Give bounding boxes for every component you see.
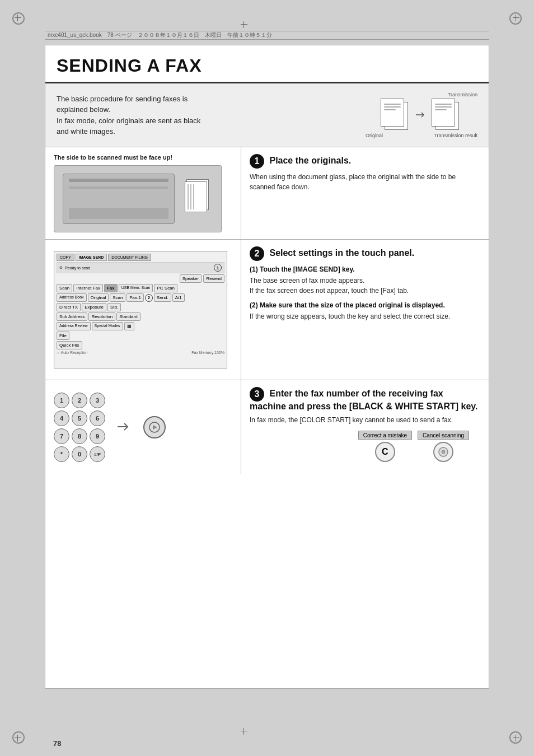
- intro-section: The basic procedure for sending faxes is…: [45, 83, 489, 147]
- cancel-scanning-label: Cancel scanning: [418, 431, 469, 440]
- touch-panel-illustration: COPY IMAGE SEND DOCUMENT FILING ⊙ Ready …: [54, 251, 227, 368]
- intro-line1: The basic procedure for sending faxes is: [57, 94, 354, 105]
- tp-tab-document: DOCUMENT FILING: [108, 254, 151, 261]
- key-1: 1: [54, 393, 69, 408]
- crosshair-bottom-center: [241, 728, 247, 735]
- tp-standard-btn: Standard: [116, 312, 140, 321]
- step1-right: 1 Place the originals. When using the do…: [241, 147, 489, 239]
- tp-status-bar: ☞ Auto Reception Fax Memory:100%: [57, 351, 224, 355]
- correct-mistake-label: Correct a mistake: [358, 431, 412, 440]
- tp-ready-label: ⊙ Ready to send.: [59, 265, 91, 270]
- tp-tab-image-send: IMAGE SEND: [76, 254, 107, 261]
- tp-fax-memory: Fax Memory:100%: [191, 351, 224, 355]
- step2-right: 2 Select settings in the touch panel. (1…: [241, 240, 489, 380]
- tp-addr-review-row: Address Review Special Modes ▦: [57, 322, 224, 330]
- main-content-box: SENDING A FAX The basic procedure for se…: [45, 45, 489, 689]
- step1-body: When using the document glass, place the…: [250, 172, 480, 192]
- tp-ready-bar: ⊙ Ready to send. 1: [57, 262, 224, 273]
- key-star: *: [54, 446, 69, 462]
- tp-sub-address-btn: Sub Address: [57, 312, 87, 321]
- tp-a1-btn: A/1: [172, 293, 185, 302]
- tp-original-btn: Original: [88, 293, 109, 302]
- key-4: 4: [54, 410, 69, 426]
- step3-body: In fax mode, the [COLOR START] key canno…: [250, 415, 480, 425]
- paper-stack-icon: [185, 179, 213, 218]
- crosshair-tr: [513, 15, 519, 21]
- tp-auto-reception: ☞ Auto Reception: [57, 351, 87, 355]
- intro-line4: and white images.: [57, 126, 354, 137]
- step2-heading: 2 Select settings in the touch panel.: [250, 246, 480, 261]
- result-label: Transmission result: [386, 133, 477, 138]
- arrow-right-icon: [116, 421, 132, 434]
- intro-text: The basic procedure for sending faxes is…: [57, 94, 354, 137]
- key-7: 7: [54, 428, 69, 444]
- section-step2: COPY IMAGE SEND DOCUMENT FILING ⊙ Ready …: [45, 240, 489, 380]
- step1-number: 1: [250, 154, 264, 169]
- step2-sub2-heading: (2) Make sure that the size of the place…: [250, 301, 480, 309]
- cancel-scanning-group: Cancel scanning: [418, 431, 469, 462]
- key-hash: #/P: [90, 446, 105, 462]
- step1-left: The side to be scanned must be face up!: [45, 147, 241, 239]
- bottom-action-buttons: Correct a mistake C Cancel scanning: [250, 431, 480, 462]
- header-text: mxc401_us_qck.book 78 ページ ２００８年１０月１６日 木曜…: [48, 31, 272, 39]
- tp-file-btn: File: [57, 332, 69, 340]
- tp-fax1-btn: Fax-1: [127, 293, 143, 302]
- tp-std-btn: Std.: [107, 303, 121, 311]
- start-button: [143, 416, 166, 438]
- key-6: 6: [90, 410, 105, 426]
- step3-left: 1 2 3 4 5 6 7 8 9 * 0 #/P: [45, 380, 241, 474]
- transmission-label: Transmission: [366, 92, 477, 97]
- tp-send-btn: Send.: [154, 293, 171, 302]
- tp-tab-copy: COPY: [57, 254, 74, 261]
- tp-quick-file-btn: Quick File: [57, 341, 82, 349]
- title-section: SENDING A FAX: [45, 45, 489, 83]
- page-title: SENDING A FAX: [57, 55, 477, 76]
- step2-sub2-body: If the wrong size appears, touch the key…: [250, 311, 480, 321]
- section-step1-step2: The side to be scanned must be face up!: [45, 147, 489, 240]
- tp-scan-tab: Scan: [57, 284, 72, 292]
- scanner-illustration: [54, 165, 222, 232]
- step2-sub1-heading: (1) Touch the [IMAGE SEND] key.: [250, 265, 480, 273]
- tp-direct-tx-btn: Direct TX: [57, 303, 81, 311]
- page-number: 78: [53, 739, 61, 748]
- scan-note: The side to be scanned must be face up!: [54, 154, 232, 161]
- step1-heading-text: Place the originals.: [269, 156, 351, 165]
- arrow-right-icon: [416, 111, 427, 118]
- tp-address-review-btn: Address Review: [57, 322, 91, 330]
- crosshair-tl: [15, 15, 21, 21]
- step2-sub1-body1: The base screen of fax mode appears. If …: [250, 276, 480, 296]
- key-9: 9: [90, 428, 105, 444]
- crosshair-top-center: [241, 21, 247, 28]
- header-line: mxc401_us_qck.book 78 ページ ２００８年１０月１６日 木曜…: [45, 31, 489, 40]
- correct-mistake-group: Correct a mistake C: [358, 431, 412, 462]
- step2-sub1-body1-text: The base screen of fax mode appears.: [250, 277, 364, 284]
- tp-main-tabs: Scan Internet Fax Fax USB Mem. Scan PC S…: [57, 284, 224, 292]
- key-5: 5: [72, 410, 87, 426]
- step2-heading-text: Select settings in the touch panel.: [269, 248, 414, 258]
- key-2: 2: [72, 393, 87, 408]
- tp-num2: 2: [145, 294, 153, 302]
- crosshair-bl: [15, 735, 21, 741]
- intro-diagram: Transmission: [366, 92, 477, 138]
- step3-right: 3 Enter the fax number of the receiving …: [241, 380, 489, 474]
- original-doc-icon: [381, 99, 411, 131]
- transmission-diagram: [381, 99, 462, 131]
- tp-quick-file-row: Quick File: [57, 341, 224, 349]
- step2-number: 2: [250, 246, 264, 261]
- crosshair-br: [513, 735, 519, 741]
- tp-resolution-btn: Resolution: [88, 312, 115, 321]
- step3-number: 3: [250, 387, 264, 402]
- tp-usb-scan-tab: USB Mem. Scan: [119, 284, 153, 292]
- cancel-symbol: [433, 442, 453, 462]
- keypad-grid: 1 2 3 4 5 6 7 8 9 * 0 #/P: [54, 393, 105, 462]
- tp-addr-row: Address Book Original Scan Fax-1 2 Send.…: [57, 293, 224, 302]
- step3-heading: 3 Enter the fax number of the receiving …: [250, 387, 480, 412]
- tp-num1: 1: [214, 264, 222, 272]
- tp-sub-addr-row: Sub Address Resolution Standard: [57, 312, 224, 321]
- tp-ready-text: Ready to send.: [65, 266, 91, 270]
- intro-line2: explained below.: [57, 104, 354, 115]
- correct-symbol: C: [375, 442, 395, 462]
- tp-internet-fax-tab: Internet Fax: [73, 284, 103, 292]
- key-0: 0: [72, 446, 87, 462]
- intro-line3: In fax mode, color originals are sent as…: [57, 115, 354, 127]
